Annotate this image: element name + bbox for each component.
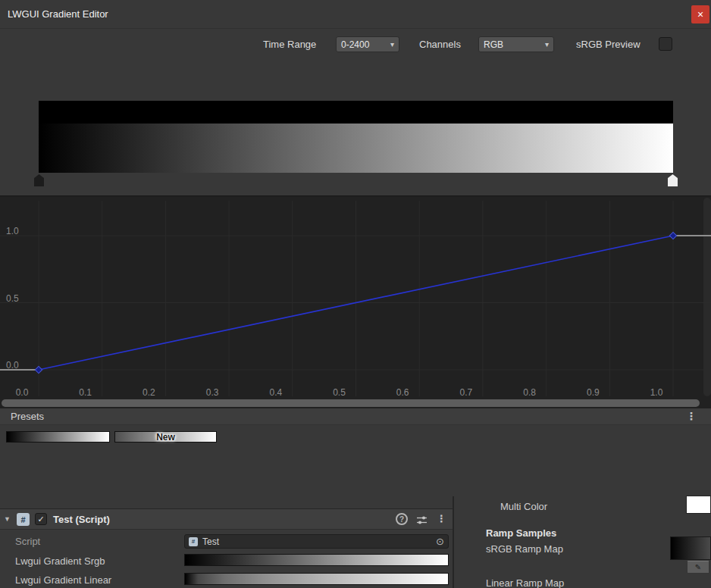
material-inspector-panel: Multi Color Ramp Samples sRGB Ramp Map ✎…	[454, 491, 711, 588]
gradient-stop-end[interactable]	[668, 174, 678, 186]
srgb-ramp-thumbnail[interactable]	[670, 536, 711, 560]
time-range-dropdown[interactable]: 0-2400 ▾	[336, 36, 399, 52]
component-menu-button[interactable]: ⋮	[437, 513, 446, 524]
pencil-icon: ✎	[695, 563, 701, 571]
chevron-down-icon: ▾	[545, 40, 549, 48]
preset-new-label: New	[115, 432, 216, 442]
multi-color-swatch[interactable]	[686, 496, 711, 514]
hash-glyph: #	[192, 538, 195, 545]
title-bar[interactable]: LWGUI Gradient Editor ×	[0, 0, 711, 29]
presets-title: Presets	[11, 411, 44, 422]
multi-color-label: Multi Color	[500, 501, 547, 512]
linear-ramp-map-label: Linear Ramp Map	[486, 577, 564, 588]
script-row-label: Script	[15, 536, 40, 547]
sliders-icon	[416, 515, 428, 525]
script-object-value: Test	[202, 536, 436, 547]
script-object-field[interactable]: # Test ⊙	[184, 534, 449, 549]
channels-label: Channels	[419, 39, 461, 50]
foldout-icon[interactable]: ▼	[4, 515, 11, 523]
preset-swatch[interactable]	[6, 431, 110, 443]
hash-glyph: #	[20, 515, 25, 524]
time-range-label: Time Range	[263, 39, 316, 50]
presets-menu-button[interactable]: ⋮	[686, 410, 697, 422]
ramp-edit-button[interactable]: ✎	[687, 561, 709, 574]
srgb-preview-label: sRGB Preview	[576, 39, 641, 50]
script-asset-icon: #	[189, 537, 198, 546]
ramp-samples-label: Ramp Samples	[486, 527, 556, 539]
window-title: LWGUI Gradient Editor	[8, 8, 108, 20]
presets-header: Presets ⋮	[0, 408, 711, 425]
kebab-icon: ⋮	[437, 513, 446, 524]
gradient-linear-label: Lwgui Gradient Linear	[15, 574, 111, 586]
channels-value: RGB	[484, 39, 541, 50]
curve-canvas[interactable]	[0, 196, 711, 410]
channels-dropdown[interactable]: RGB ▾	[478, 36, 554, 52]
check-icon: ✓	[37, 514, 44, 524]
help-icon: ?	[399, 515, 404, 524]
curve-editor[interactable]: 0.00.10.20.30.40.50.60.70.80.91.01.00.50…	[0, 195, 711, 409]
gradient-alpha-strip[interactable]	[39, 101, 673, 124]
chevron-down-icon: ▾	[390, 40, 394, 48]
object-picker-icon[interactable]: ⊙	[436, 536, 444, 547]
close-icon: ×	[697, 8, 703, 20]
preset-new-button[interactable]: New	[114, 431, 217, 443]
inspector-panel: ▼ # ✓ Test (Script) ? ⋮ Script # Test ⊙ …	[0, 508, 453, 588]
gradient-srgb-field[interactable]	[184, 554, 449, 566]
lwgui-gradient-editor-window: LWGUI Gradient Editor × Time Range 0-240…	[0, 0, 711, 588]
gradient-stop-start[interactable]	[34, 174, 44, 186]
curve-key[interactable]	[35, 366, 42, 373]
gradient-preview-bar[interactable]	[39, 124, 673, 173]
help-button[interactable]: ?	[396, 513, 408, 525]
component-title: Test (Script)	[53, 514, 110, 525]
component-presets-button[interactable]	[415, 514, 428, 525]
srgb-preview-checkbox[interactable]	[659, 37, 672, 51]
curve-key[interactable]	[669, 232, 676, 239]
curve-h-scrollbar[interactable]	[2, 399, 700, 407]
gradient-srgb-label: Lwgui Gradient Srgb	[15, 555, 105, 567]
component-header[interactable]: ▼ # ✓ Test (Script) ? ⋮	[0, 509, 453, 530]
srgb-ramp-map-label: sRGB Ramp Map	[486, 543, 563, 555]
gradient-linear-field[interactable]	[184, 573, 449, 585]
component-enabled-checkbox[interactable]: ✓	[35, 513, 47, 525]
csharp-script-icon: #	[17, 513, 30, 526]
time-range-value: 0-2400	[341, 39, 387, 50]
kebab-icon: ⋮	[686, 410, 697, 422]
close-button[interactable]: ×	[691, 5, 709, 23]
